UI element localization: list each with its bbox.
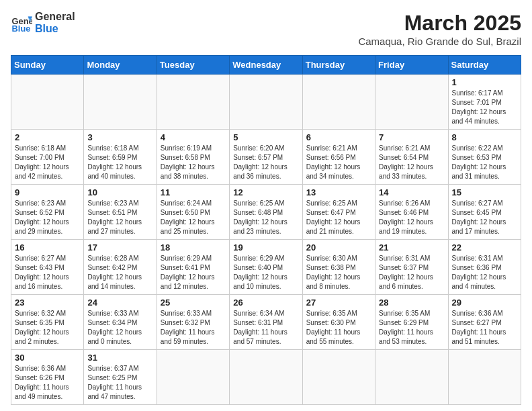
day-number: 13 <box>306 187 371 197</box>
calendar-cell: 8Sunrise: 6:22 AM Sunset: 6:53 PM Daylig… <box>448 130 521 185</box>
day-info: Sunrise: 6:35 AM Sunset: 6:30 PM Dayligh… <box>306 309 371 347</box>
week-row-3: 9Sunrise: 6:23 AM Sunset: 6:52 PM Daylig… <box>11 185 521 240</box>
calendar-cell: 2Sunrise: 6:18 AM Sunset: 7:00 PM Daylig… <box>11 130 84 185</box>
day-info: Sunrise: 6:18 AM Sunset: 6:59 PM Dayligh… <box>87 144 152 181</box>
day-number: 1 <box>452 77 517 87</box>
day-number: 29 <box>452 298 517 308</box>
calendar-table: SundayMondayTuesdayWednesdayThursdayFrid… <box>11 55 521 405</box>
day-number: 19 <box>233 242 298 253</box>
weekday-tuesday: Tuesday <box>157 56 229 75</box>
day-number: 2 <box>15 132 80 142</box>
calendar-cell: 28Sunrise: 6:35 AM Sunset: 6:29 PM Dayli… <box>375 295 448 350</box>
calendar-cell: 27Sunrise: 6:35 AM Sunset: 6:30 PM Dayli… <box>302 295 375 350</box>
calendar-cell <box>84 75 157 130</box>
calendar-cell: 31Sunrise: 6:37 AM Sunset: 6:25 PM Dayli… <box>84 350 157 405</box>
day-number: 8 <box>452 132 517 142</box>
calendar-cell <box>375 75 448 130</box>
day-info: Sunrise: 6:17 AM Sunset: 7:01 PM Dayligh… <box>452 89 517 126</box>
weekday-monday: Monday <box>84 56 157 75</box>
day-info: Sunrise: 6:37 AM Sunset: 6:25 PM Dayligh… <box>87 364 152 402</box>
day-number: 11 <box>161 187 226 197</box>
weekday-saturday: Saturday <box>448 56 521 75</box>
day-number: 15 <box>452 187 517 197</box>
day-info: Sunrise: 6:34 AM Sunset: 6:31 PM Dayligh… <box>233 309 298 347</box>
calendar-cell: 30Sunrise: 6:36 AM Sunset: 6:26 PM Dayli… <box>11 350 84 405</box>
day-info: Sunrise: 6:20 AM Sunset: 6:57 PM Dayligh… <box>233 144 298 181</box>
calendar-cell: 3Sunrise: 6:18 AM Sunset: 6:59 PM Daylig… <box>84 130 157 185</box>
day-info: Sunrise: 6:33 AM Sunset: 6:32 PM Dayligh… <box>161 309 226 347</box>
day-number: 6 <box>306 132 371 142</box>
day-info: Sunrise: 6:21 AM Sunset: 6:56 PM Dayligh… <box>306 144 371 181</box>
week-row-6: 30Sunrise: 6:36 AM Sunset: 6:26 PM Dayli… <box>11 350 521 405</box>
calendar-cell <box>11 75 84 130</box>
day-info: Sunrise: 6:24 AM Sunset: 6:50 PM Dayligh… <box>161 199 226 236</box>
title-area: March 2025 Camaqua, Rio Grande do Sul, B… <box>358 11 521 47</box>
day-number: 3 <box>87 132 152 142</box>
day-info: Sunrise: 6:27 AM Sunset: 6:45 PM Dayligh… <box>452 199 517 236</box>
day-info: Sunrise: 6:33 AM Sunset: 6:34 PM Dayligh… <box>87 309 152 347</box>
logo-blue-text: Blue <box>35 23 75 35</box>
page-header: General Blue General Blue March 2025 Cam… <box>11 11 521 47</box>
weekday-wednesday: Wednesday <box>230 56 302 75</box>
calendar-cell <box>230 75 302 130</box>
day-number: 30 <box>15 353 80 363</box>
day-number: 18 <box>161 242 226 253</box>
calendar-cell: 10Sunrise: 6:23 AM Sunset: 6:51 PM Dayli… <box>84 185 157 240</box>
day-info: Sunrise: 6:36 AM Sunset: 6:26 PM Dayligh… <box>15 364 80 402</box>
week-row-4: 16Sunrise: 6:27 AM Sunset: 6:43 PM Dayli… <box>11 240 521 295</box>
calendar-cell <box>375 350 448 405</box>
page-subtitle: Camaqua, Rio Grande do Sul, Brazil <box>358 36 521 47</box>
day-number: 9 <box>15 187 80 197</box>
calendar-cell: 29Sunrise: 6:36 AM Sunset: 6:27 PM Dayli… <box>448 295 521 350</box>
calendar-cell: 9Sunrise: 6:23 AM Sunset: 6:52 PM Daylig… <box>11 185 84 240</box>
day-number: 16 <box>15 242 80 253</box>
calendar-cell: 20Sunrise: 6:30 AM Sunset: 6:38 PM Dayli… <box>302 240 375 295</box>
day-number: 21 <box>379 242 444 253</box>
day-info: Sunrise: 6:22 AM Sunset: 6:53 PM Dayligh… <box>452 144 517 181</box>
calendar-cell: 22Sunrise: 6:31 AM Sunset: 6:36 PM Dayli… <box>448 240 521 295</box>
calendar-header: SundayMondayTuesdayWednesdayThursdayFrid… <box>11 56 521 75</box>
calendar-cell: 24Sunrise: 6:33 AM Sunset: 6:34 PM Dayli… <box>84 295 157 350</box>
calendar-cell: 15Sunrise: 6:27 AM Sunset: 6:45 PM Dayli… <box>448 185 521 240</box>
day-number: 20 <box>306 242 371 253</box>
day-number: 10 <box>87 187 152 197</box>
day-info: Sunrise: 6:21 AM Sunset: 6:54 PM Dayligh… <box>379 144 444 181</box>
calendar-body: 1Sunrise: 6:17 AM Sunset: 7:01 PM Daylig… <box>11 75 521 405</box>
day-number: 24 <box>87 298 152 308</box>
week-row-5: 23Sunrise: 6:32 AM Sunset: 6:35 PM Dayli… <box>11 295 521 350</box>
day-info: Sunrise: 6:27 AM Sunset: 6:43 PM Dayligh… <box>15 254 80 291</box>
day-info: Sunrise: 6:25 AM Sunset: 6:48 PM Dayligh… <box>233 199 298 236</box>
day-number: 4 <box>161 132 226 142</box>
calendar-cell: 26Sunrise: 6:34 AM Sunset: 6:31 PM Dayli… <box>230 295 302 350</box>
calendar-cell: 21Sunrise: 6:31 AM Sunset: 6:37 PM Dayli… <box>375 240 448 295</box>
day-info: Sunrise: 6:29 AM Sunset: 6:41 PM Dayligh… <box>161 254 226 291</box>
day-info: Sunrise: 6:31 AM Sunset: 6:37 PM Dayligh… <box>379 254 444 291</box>
day-number: 22 <box>452 242 517 253</box>
calendar-cell <box>157 75 229 130</box>
calendar-cell: 23Sunrise: 6:32 AM Sunset: 6:35 PM Dayli… <box>11 295 84 350</box>
logo-icon: General Blue <box>11 12 32 34</box>
day-number: 26 <box>233 298 298 308</box>
weekday-friday: Friday <box>375 56 448 75</box>
weekday-sunday: Sunday <box>11 56 84 75</box>
calendar-cell: 4Sunrise: 6:19 AM Sunset: 6:58 PM Daylig… <box>157 130 229 185</box>
calendar-cell <box>230 350 302 405</box>
day-number: 12 <box>233 187 298 197</box>
day-info: Sunrise: 6:35 AM Sunset: 6:29 PM Dayligh… <box>379 309 444 347</box>
day-info: Sunrise: 6:19 AM Sunset: 6:58 PM Dayligh… <box>161 144 226 181</box>
day-info: Sunrise: 6:25 AM Sunset: 6:47 PM Dayligh… <box>306 199 371 236</box>
calendar-cell: 18Sunrise: 6:29 AM Sunset: 6:41 PM Dayli… <box>157 240 229 295</box>
day-info: Sunrise: 6:30 AM Sunset: 6:38 PM Dayligh… <box>306 254 371 291</box>
calendar-cell: 25Sunrise: 6:33 AM Sunset: 6:32 PM Dayli… <box>157 295 229 350</box>
calendar-cell: 7Sunrise: 6:21 AM Sunset: 6:54 PM Daylig… <box>375 130 448 185</box>
day-info: Sunrise: 6:36 AM Sunset: 6:27 PM Dayligh… <box>452 309 517 347</box>
week-row-1: 1Sunrise: 6:17 AM Sunset: 7:01 PM Daylig… <box>11 75 521 130</box>
day-info: Sunrise: 6:26 AM Sunset: 6:46 PM Dayligh… <box>379 199 444 236</box>
day-info: Sunrise: 6:28 AM Sunset: 6:42 PM Dayligh… <box>87 254 152 291</box>
calendar-cell: 1Sunrise: 6:17 AM Sunset: 7:01 PM Daylig… <box>448 75 521 130</box>
calendar-cell: 5Sunrise: 6:20 AM Sunset: 6:57 PM Daylig… <box>230 130 302 185</box>
day-info: Sunrise: 6:23 AM Sunset: 6:52 PM Dayligh… <box>15 199 80 236</box>
day-number: 27 <box>306 298 371 308</box>
day-info: Sunrise: 6:23 AM Sunset: 6:51 PM Dayligh… <box>87 199 152 236</box>
calendar-cell: 12Sunrise: 6:25 AM Sunset: 6:48 PM Dayli… <box>230 185 302 240</box>
